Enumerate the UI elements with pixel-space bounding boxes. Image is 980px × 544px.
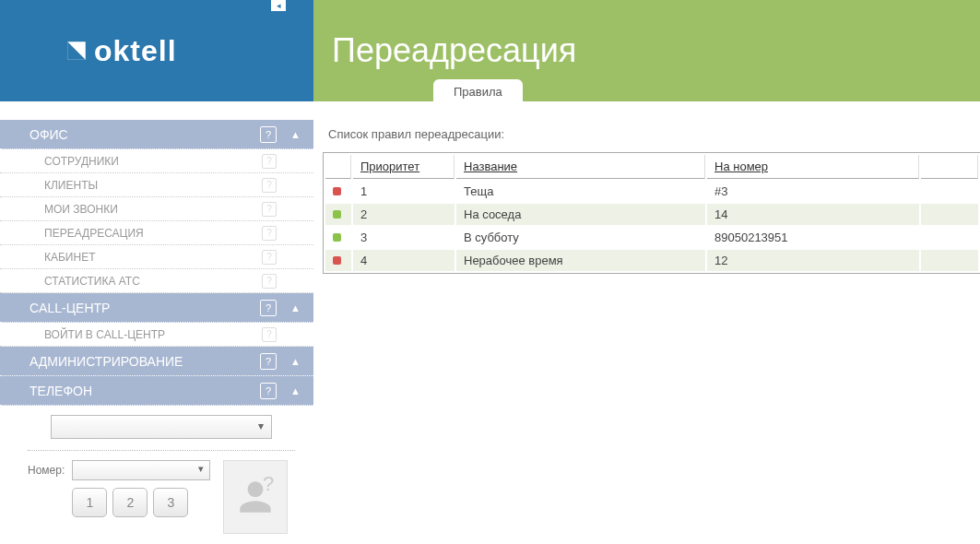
tab-strip: Правила [433, 79, 526, 102]
chevron-up-icon: ▲ [290, 302, 301, 313]
sidebar-group-label: АДМИНИСТРИРОВАНИЕ [30, 354, 183, 369]
col-status[interactable] [325, 155, 351, 179]
help-icon[interactable]: ? [260, 126, 277, 143]
col-extra[interactable] [921, 155, 978, 179]
page-header: Переадресация Правила [313, 0, 980, 101]
key-2[interactable]: 2 [112, 488, 148, 517]
sidebar-item-label: СОТРУДНИКИ [44, 155, 119, 168]
sidebar-group-phone[interactable]: ТЕЛЕФОН ? ▲ [0, 376, 313, 406]
status-dot-icon [333, 210, 341, 219]
help-icon[interactable]: ? [262, 327, 277, 342]
table-row[interactable]: 3В субботу89050213951 [325, 227, 978, 248]
sidebar-item-label: СТАТИСТИКА АТС [44, 275, 140, 288]
help-icon[interactable]: ? [260, 353, 277, 370]
cell-priority: 1 [353, 181, 455, 202]
phone-panel: Номер: 1 2 3 ? [0, 406, 313, 534]
sidebar-item-employees[interactable]: СОТРУДНИКИ? [0, 149, 313, 173]
sidebar-item-label: КАБИНЕТ [44, 251, 96, 264]
divider [28, 450, 295, 451]
status-dot-icon [333, 256, 341, 265]
dial-label: Номер: [28, 464, 65, 477]
col-priority[interactable]: Приоритет [353, 155, 455, 179]
sidebar-item-ats-stats[interactable]: СТАТИСТИКА АТС? [0, 269, 313, 293]
sidebar-item-label: ВОЙТИ В CALL-ЦЕНТР [44, 328, 165, 341]
logo-icon [65, 39, 89, 63]
sidebar-item-enter-callcenter[interactable]: ВОЙТИ В CALL-ЦЕНТР? [0, 323, 313, 347]
table-row[interactable]: 4Нерабочее время12 [325, 250, 978, 271]
phone-line-select[interactable] [51, 415, 272, 439]
table-row[interactable]: 1Теща#3 [325, 181, 978, 202]
collapse-sidebar-button[interactable]: ◂ [271, 0, 286, 11]
list-caption: Список правил переадресации: [323, 127, 980, 141]
logo-bar: ◂ oktell [0, 0, 313, 101]
cell-number: #3 [707, 181, 919, 202]
sidebar: ОФИС ? ▲ СОТРУДНИКИ? КЛИЕНТЫ? МОИ ЗВОНКИ… [0, 101, 313, 534]
key-1[interactable]: 1 [72, 488, 107, 517]
sidebar-item-forwarding[interactable]: ПЕРЕАДРЕСАЦИЯ? [0, 221, 313, 245]
help-icon[interactable]: ? [262, 250, 277, 265]
page-title: Переадресация [332, 31, 576, 70]
question-icon: ? [263, 472, 274, 496]
sidebar-group-label: CALL-ЦЕНТР [30, 301, 110, 315]
cell-priority: 2 [353, 204, 455, 225]
tab-rules[interactable]: Правила [433, 79, 523, 102]
status-dot-icon [333, 187, 341, 195]
help-icon[interactable]: ? [260, 383, 277, 399]
cell-name: На соседа [456, 204, 705, 225]
sidebar-item-my-calls[interactable]: МОИ ЗВОНКИ? [0, 197, 313, 221]
brand-name: oktell [94, 34, 177, 68]
cell-number: 89050213951 [707, 227, 919, 248]
cell-name: Нерабочее время [456, 250, 705, 271]
sidebar-group-admin[interactable]: АДМИНИСТРИРОВАНИЕ ? ▲ [0, 347, 313, 376]
sidebar-group-office[interactable]: ОФИС ? ▲ [0, 120, 313, 149]
cell-number: 12 [707, 250, 919, 271]
chevron-up-icon: ▲ [290, 385, 301, 396]
sidebar-item-label: КЛИЕНТЫ [44, 179, 98, 192]
cell-priority: 4 [353, 250, 455, 271]
col-number[interactable]: На номер [707, 155, 919, 179]
help-icon[interactable]: ? [262, 178, 277, 193]
help-icon[interactable]: ? [262, 154, 277, 169]
dial-keypad: 1 2 3 [72, 488, 210, 517]
brand-logo: oktell [65, 34, 177, 68]
rules-table: Приоритет Название На номер 1Теща#32На с… [323, 152, 980, 274]
col-name[interactable]: Название [456, 155, 705, 179]
chevron-up-icon: ▲ [290, 129, 301, 140]
sidebar-item-cabinet[interactable]: КАБИНЕТ? [0, 245, 313, 269]
cell-name: Теща [456, 181, 705, 202]
cell-number: 14 [707, 204, 919, 225]
help-icon[interactable]: ? [260, 300, 277, 316]
help-icon[interactable]: ? [262, 274, 277, 289]
status-dot-icon [333, 233, 341, 242]
key-3[interactable]: 3 [153, 488, 188, 517]
sidebar-group-label: ОФИС [30, 127, 68, 142]
table-row[interactable]: 2На соседа14 [325, 204, 978, 225]
contact-avatar: ? [223, 460, 288, 534]
dial-number-select[interactable] [72, 460, 210, 480]
help-icon[interactable]: ? [262, 226, 277, 241]
sidebar-group-label: ТЕЛЕФОН [30, 384, 92, 398]
sidebar-item-label: ПЕРЕАДРЕСАЦИЯ [44, 227, 144, 240]
sidebar-item-clients[interactable]: КЛИЕНТЫ? [0, 173, 313, 197]
cell-priority: 3 [353, 227, 455, 248]
help-icon[interactable]: ? [262, 202, 277, 217]
sidebar-group-callcenter[interactable]: CALL-ЦЕНТР ? ▲ [0, 293, 313, 323]
chevron-up-icon: ▲ [290, 356, 301, 367]
sidebar-item-label: МОИ ЗВОНКИ [44, 203, 118, 216]
cell-name: В субботу [456, 227, 705, 248]
